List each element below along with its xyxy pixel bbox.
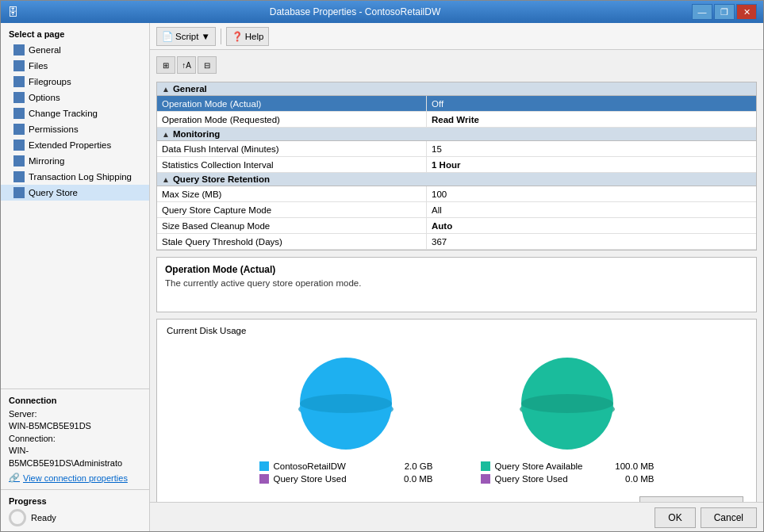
alphabetical-view-button[interactable]: ↑A: [177, 56, 196, 74]
sidebar-item-change-tracking[interactable]: Change Tracking: [1, 105, 149, 121]
sidebar-item-query-store[interactable]: Query Store: [1, 185, 149, 201]
group-retention: ▲ Query Store Retention: [157, 173, 756, 186]
toolbar-separator: [221, 29, 221, 44]
script-dropdown-icon: ▼: [201, 32, 209, 41]
sidebar-item-mirroring[interactable]: Mirroring: [1, 153, 149, 169]
cancel-button[interactable]: Cancel: [701, 507, 757, 528]
help-label: Help: [245, 32, 264, 41]
purge-button-area: Purge Query Data: [167, 492, 747, 502]
window-icon: 🗄: [7, 6, 18, 18]
help-button[interactable]: ❓ Help: [226, 27, 270, 46]
prop-row-operation-mode-requested[interactable]: Operation Mode (Requested) Read Write: [157, 112, 756, 128]
group-general-label: General: [173, 84, 207, 94]
view-connection-text: View connection properties: [23, 473, 128, 483]
progress-section: Progress Ready: [1, 489, 149, 532]
connection-title: Connection: [9, 396, 141, 405]
files-icon: [13, 60, 25, 71]
legend-row-contoso: ContosoRetailDW 2.0 GB: [259, 461, 433, 471]
server-label: Server:: [9, 408, 141, 420]
properties-view-button[interactable]: ⊟: [198, 56, 217, 74]
prop-row-capture-mode[interactable]: Query Store Capture Mode All: [157, 202, 756, 218]
legend-row-qs-available: Query Store Available 100.0 MB: [481, 461, 655, 471]
legend-row-qs-used2: Query Store Used 0.0 MB: [481, 474, 655, 484]
script-icon: 📄: [162, 31, 173, 42]
connection-label-text: Connection:: [9, 433, 141, 445]
restore-button[interactable]: ❐: [714, 4, 735, 20]
prop-value-cleanup-mode: Auto: [427, 218, 756, 233]
prop-row-stats-collection[interactable]: Statistics Collection Interval 1 Hour: [157, 157, 756, 173]
connection-section: Connection Server: WIN-B5MCB5E91DS Conne…: [1, 388, 149, 489]
group-general: ▲ General: [157, 82, 756, 96]
prop-label-operation-mode-actual: Operation Mode (Actual): [157, 96, 427, 111]
sidebar-label-change-tracking: Change Tracking: [29, 109, 98, 118]
disk-title: Current Disk Usage: [167, 326, 747, 335]
prop-row-operation-mode-actual[interactable]: Operation Mode (Actual) Off: [157, 96, 756, 112]
prop-label-cleanup-mode: Size Based Cleanup Mode: [157, 218, 427, 233]
description-title: Operation Mode (Actual): [165, 264, 748, 275]
sidebar-item-files[interactable]: Files: [1, 58, 149, 74]
sidebar-label-transaction-log: Transaction Log Shipping: [29, 172, 132, 182]
minimize-button[interactable]: —: [692, 4, 712, 20]
main-layout: Select a page General Files Filegroups O…: [1, 23, 763, 532]
prop-value-data-flush: 15: [427, 141, 756, 156]
sidebar-item-extended-properties[interactable]: Extended Properties: [1, 137, 149, 153]
permissions-icon: [13, 124, 25, 135]
chart1-pie: [290, 350, 401, 455]
sidebar-item-options[interactable]: Options: [1, 90, 149, 105]
script-button[interactable]: 📄 Script ▼: [156, 27, 216, 46]
chart1-group: ContosoRetailDW 2.0 GB Query Store Used …: [259, 350, 433, 484]
chart2-pie: [512, 350, 623, 455]
prop-label-max-size: Max Size (MB): [157, 186, 427, 201]
prop-value-operation-mode-actual: Off: [427, 96, 756, 111]
title-bar-controls: — ❐ ✕: [692, 4, 757, 20]
prop-label-data-flush: Data Flush Interval (Minutes): [157, 141, 427, 156]
collapse-general-icon: ▲: [162, 85, 170, 94]
chart1-legend: ContosoRetailDW 2.0 GB Query Store Used …: [259, 461, 433, 484]
sidebar-item-transaction-log[interactable]: Transaction Log Shipping: [1, 169, 149, 185]
legend-label-contoso: ContosoRetailDW: [274, 461, 385, 471]
sidebar-label-options: Options: [29, 93, 60, 102]
sidebar-label-mirroring: Mirroring: [29, 156, 64, 166]
close-button[interactable]: ✕: [736, 4, 757, 20]
legend-color-qs-used1: [259, 474, 269, 484]
purge-query-data-button[interactable]: Purge Query Data: [639, 496, 743, 502]
extended-properties-icon: [13, 140, 25, 151]
sidebar-item-filegroups[interactable]: Filegroups: [1, 74, 149, 90]
view-toggles: ⊞ ↑A ⊟: [156, 56, 757, 74]
ok-button[interactable]: OK: [655, 507, 695, 528]
prop-row-max-size[interactable]: Max Size (MB) 100: [157, 186, 756, 202]
prop-value-stale-threshold: 367: [427, 234, 756, 249]
prop-row-cleanup-mode[interactable]: Size Based Cleanup Mode Auto: [157, 218, 756, 234]
prop-row-data-flush[interactable]: Data Flush Interval (Minutes) 15: [157, 141, 756, 157]
legend-label-qs-used2: Query Store Used: [495, 474, 606, 484]
server-label-text: Server:: [9, 409, 36, 419]
view-connection-link[interactable]: 🔗 View connection properties: [9, 473, 141, 483]
prop-label-stats-collection: Statistics Collection Interval: [157, 157, 427, 172]
collapse-monitoring-icon: ▲: [162, 130, 170, 139]
progress-status-row: Ready: [9, 509, 141, 526]
query-store-icon: [13, 187, 25, 198]
general-icon: [13, 44, 25, 55]
sidebar-item-general[interactable]: General: [1, 42, 149, 58]
content-body: ⊞ ↑A ⊟ ▲ General Operation Mode (Actual)…: [150, 50, 763, 502]
sidebar-item-permissions[interactable]: Permissions: [1, 121, 149, 137]
spinner-icon: [9, 509, 26, 526]
connection-value: WIN-B5MCB5E91DS\Administrato: [9, 445, 141, 469]
prop-value-operation-mode-requested: Read Write: [427, 112, 756, 127]
link-icon: 🔗: [9, 473, 20, 483]
ok-cancel-buttons: OK Cancel: [655, 507, 757, 528]
mirroring-icon: [13, 155, 25, 166]
toolbar: 📄 Script ▼ ❓ Help: [150, 23, 763, 50]
svg-point-5: [521, 394, 613, 413]
script-label: Script: [175, 32, 198, 41]
server-value: WIN-B5MCB5E91DS: [9, 420, 141, 432]
prop-row-stale-threshold[interactable]: Stale Query Threshold (Days) 367: [157, 234, 756, 250]
legend-value-contoso: 2.0 GB: [390, 461, 433, 471]
progress-title: Progress: [9, 496, 141, 506]
description-text: The currently active query store operati…: [165, 278, 748, 288]
categorized-view-button[interactable]: ⊞: [156, 56, 175, 74]
svg-point-2: [300, 394, 392, 413]
disk-usage-panel: Current Disk Usage: [156, 319, 757, 502]
sidebar-label-extended-properties: Extended Properties: [29, 140, 111, 150]
sidebar-label-files: Files: [29, 61, 48, 71]
